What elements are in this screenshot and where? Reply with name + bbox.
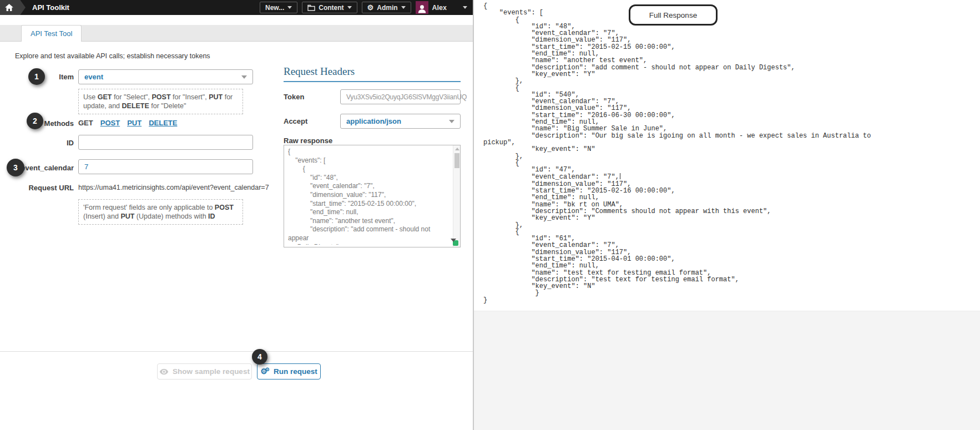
full-response-panel: { "events": [ { "id": "48", "event_calen… xyxy=(474,0,980,430)
eye-icon xyxy=(159,368,169,375)
full-response-callout: Full Response xyxy=(629,4,718,26)
chevron-down-icon xyxy=(287,6,292,9)
show-sample-request-button[interactable]: Show sample request xyxy=(157,363,252,380)
top-navigation-bar: API Toolkit New... Content ⚙ Admin xyxy=(0,0,473,15)
raw-response-label: Raw response xyxy=(284,136,339,145)
person-icon xyxy=(417,3,427,14)
new-menu-button[interactable]: New... xyxy=(260,2,297,13)
id-label: ID xyxy=(0,139,74,147)
item-help-text: Use GET for "Select", POST for "Insert",… xyxy=(78,89,243,114)
id-input[interactable] xyxy=(78,135,253,150)
event-calendar-input[interactable]: 7 xyxy=(78,159,253,174)
form-request-note: 'Form request' fields are only applicabl… xyxy=(78,199,243,225)
content-menu-button[interactable]: Content xyxy=(302,2,357,13)
accept-select-value: application/json xyxy=(346,117,401,125)
method-get[interactable]: GET xyxy=(78,119,93,127)
footer-divider xyxy=(0,351,473,352)
method-delete[interactable]: DELETE xyxy=(149,119,177,127)
run-request-label: Run request xyxy=(274,367,317,376)
item-select[interactable]: event xyxy=(78,69,253,84)
chevron-down-icon xyxy=(401,6,406,9)
event-calendar-value: 7 xyxy=(84,163,88,171)
token-input-value: Vyu3XSv5io2QuyqJG6SlSVMggV3iianUQ xyxy=(346,93,467,101)
token-label: Token xyxy=(284,93,339,101)
user-menu[interactable]: Alex xyxy=(416,1,467,14)
method-put[interactable]: PUT xyxy=(127,119,142,127)
show-sample-request-label: Show sample request xyxy=(173,367,250,376)
method-post[interactable]: POST xyxy=(100,119,120,127)
full-response-json: { "events": [ { "id": "48", "event_calen… xyxy=(483,3,871,303)
text-cursor xyxy=(620,173,620,179)
step-badge-1: 1 xyxy=(28,68,45,85)
scrollbar-thumb[interactable] xyxy=(454,153,459,168)
token-input[interactable]: Vyu3XSv5io2QuyqJG6SlSVMggV3iianUQ xyxy=(340,89,461,104)
content-menu-label: Content xyxy=(319,4,343,12)
accept-select[interactable]: application/json xyxy=(340,114,461,129)
page-description: Explore and test available API calls; es… xyxy=(15,52,210,60)
methods-group: GETPOSTPUTDELETE xyxy=(78,119,177,127)
admin-menu-button[interactable]: ⚙ Admin xyxy=(362,2,411,13)
home-icon xyxy=(5,4,13,11)
step-badge-2: 2 xyxy=(27,113,43,129)
chevron-down-icon xyxy=(463,6,467,9)
admin-menu-label: Admin xyxy=(377,4,397,12)
home-button[interactable] xyxy=(0,0,26,15)
tab-bar: API Test Tool xyxy=(0,25,473,42)
avatar xyxy=(416,1,428,14)
step-badge-3: 3 xyxy=(7,159,24,176)
raw-response-scrollbar[interactable] xyxy=(453,145,460,247)
request-headers-heading: Request Headers xyxy=(284,65,461,82)
item-select-value: event xyxy=(84,73,103,81)
resize-handle-icon[interactable] xyxy=(453,240,458,246)
chevron-down-icon xyxy=(449,120,454,123)
scroll-up-icon[interactable] xyxy=(455,148,459,150)
page-title: API Toolkit xyxy=(32,3,69,12)
user-name: Alex xyxy=(432,4,447,12)
step-badge-4: 4 xyxy=(252,349,267,365)
new-menu-label: New... xyxy=(265,4,284,12)
folder-icon xyxy=(307,4,315,11)
chevron-down-icon xyxy=(241,75,247,79)
raw-response-textarea[interactable]: { "events": [ { "id": "48", "event_calen… xyxy=(284,145,461,247)
request-url-value: https://uma41.metricinsights.com/api/eve… xyxy=(78,184,269,191)
tab-api-test-tool[interactable]: API Test Tool xyxy=(21,25,82,42)
api-test-tool-page: API Toolkit New... Content ⚙ Admin xyxy=(0,0,473,430)
raw-response-content: { "events": [ { "id": "48", "event_calen… xyxy=(288,148,451,245)
chevron-down-icon xyxy=(347,6,352,9)
gears-icon: ⚙⚙ xyxy=(260,367,270,376)
panel-bottom-area xyxy=(474,311,980,430)
request-url-label: Request URL xyxy=(0,184,74,192)
accept-label: Accept xyxy=(284,117,339,125)
gear-icon: ⚙ xyxy=(367,4,374,11)
top-nav-buttons: New... Content ⚙ Admin xyxy=(260,1,473,14)
run-request-button[interactable]: ⚙⚙ Run request xyxy=(257,363,321,380)
